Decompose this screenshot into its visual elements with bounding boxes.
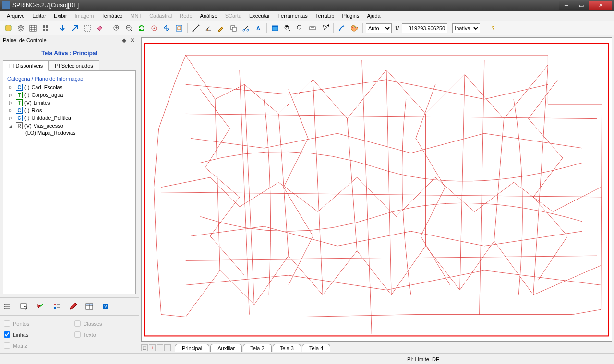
map-canvas[interactable] bbox=[141, 37, 612, 342]
arrow-diag-icon[interactable] bbox=[70, 23, 80, 34]
tree-item-cad-escolas[interactable]: ▷ C ( ) Cad_Escolas bbox=[6, 83, 132, 91]
menu-arquivo[interactable]: Arquivo bbox=[3, 12, 28, 20]
check-classes-input[interactable] bbox=[74, 320, 81, 327]
category-header[interactable]: Categoria / Plano de Informação bbox=[6, 74, 132, 83]
cut-icon[interactable] bbox=[241, 23, 251, 34]
menu-editar[interactable]: Editar bbox=[28, 12, 50, 20]
pen-icon[interactable] bbox=[337, 23, 347, 34]
tree-item-limites[interactable]: ▷ T (V) Limites bbox=[6, 99, 132, 106]
tree-item-corpos-agua[interactable]: ▷ T ( ) Corpos_agua bbox=[6, 91, 132, 99]
view-remove-icon[interactable]: − bbox=[157, 344, 163, 351]
legend-icon[interactable] bbox=[52, 302, 61, 311]
extent-icon[interactable] bbox=[174, 23, 184, 34]
panel-close-icon[interactable]: ✕ bbox=[129, 37, 136, 44]
db-icon[interactable] bbox=[3, 23, 13, 34]
close-button[interactable]: ✕ bbox=[589, 1, 612, 10]
zoom-out-icon[interactable] bbox=[124, 23, 134, 34]
svg-rect-6 bbox=[43, 25, 45, 28]
menu-tematico[interactable]: Temático bbox=[97, 12, 126, 20]
grid-icon[interactable] bbox=[40, 23, 51, 34]
menu-executar[interactable]: Executar bbox=[245, 12, 274, 20]
menu-rede[interactable]: Rede bbox=[176, 12, 196, 20]
maximize-button[interactable]: ▭ bbox=[574, 1, 589, 10]
table-icon[interactable] bbox=[84, 302, 94, 311]
expand-icon[interactable]: ▷ bbox=[9, 100, 14, 105]
zoom-in-icon[interactable] bbox=[111, 23, 122, 34]
check-matriz-input[interactable] bbox=[4, 342, 10, 349]
panel-float-icon[interactable]: ◆ bbox=[120, 37, 127, 44]
expand-icon[interactable]: ▷ bbox=[9, 108, 14, 113]
edit-icon[interactable] bbox=[216, 23, 226, 34]
tree-item-unidade-politica[interactable]: ▷ C ( ) Unidade_Politica bbox=[6, 114, 132, 122]
menu-ajuda[interactable]: Ajuda bbox=[363, 12, 384, 20]
view-tab-tela3[interactable]: Tela 3 bbox=[273, 344, 301, 352]
list-icon[interactable] bbox=[3, 302, 12, 311]
expand-icon[interactable]: ▷ bbox=[9, 85, 14, 90]
view-more-icon[interactable]: ≡ bbox=[164, 344, 171, 351]
view-restore-icon[interactable]: □ bbox=[141, 344, 148, 351]
menu-terralib[interactable]: TerraLib bbox=[312, 12, 338, 20]
help-icon[interactable]: ? bbox=[488, 23, 498, 34]
tab-selecionados[interactable]: PI Selecionados bbox=[48, 60, 99, 71]
pointer-icon[interactable]: + bbox=[320, 23, 330, 34]
check-pontos[interactable]: Pontos bbox=[4, 320, 65, 327]
scale-input[interactable] bbox=[402, 23, 447, 33]
svg-rect-54 bbox=[54, 304, 56, 305]
select-icon[interactable] bbox=[82, 23, 93, 34]
ruler-icon[interactable] bbox=[307, 23, 318, 34]
style-icon[interactable] bbox=[36, 302, 45, 311]
svg-rect-55 bbox=[54, 307, 56, 309]
app-icon bbox=[2, 1, 10, 9]
refresh-icon[interactable] bbox=[136, 23, 147, 34]
zoom-window2-icon[interactable]: - bbox=[295, 23, 305, 34]
view-add-icon[interactable]: + bbox=[149, 344, 156, 351]
view-tab-principal[interactable]: Principal bbox=[175, 344, 209, 352]
tree-status: ( ) bbox=[24, 107, 29, 113]
menu-exibir[interactable]: Exibir bbox=[50, 12, 71, 20]
window-icon[interactable] bbox=[270, 23, 280, 34]
palette-icon[interactable] bbox=[349, 23, 360, 34]
target-icon[interactable] bbox=[149, 23, 159, 34]
pencil-icon[interactable] bbox=[68, 302, 78, 311]
menu-scarta[interactable]: SCarta bbox=[221, 12, 245, 20]
menu-mnt[interactable]: MNT bbox=[126, 12, 145, 20]
check-pontos-input[interactable] bbox=[4, 320, 10, 327]
check-matriz[interactable]: Matriz bbox=[4, 342, 65, 349]
measure-line-icon[interactable] bbox=[191, 23, 201, 34]
check-linhas[interactable]: Linhas bbox=[4, 331, 65, 338]
layers-icon[interactable] bbox=[15, 23, 26, 34]
collapse-icon[interactable]: ◢ bbox=[9, 123, 14, 128]
check-classes[interactable]: Classes bbox=[74, 320, 135, 327]
tree-item-rios[interactable]: ▷ C ( ) Rios bbox=[6, 106, 132, 114]
menu-imagem[interactable]: Imagem bbox=[71, 12, 98, 20]
paint-icon[interactable] bbox=[95, 23, 105, 34]
menu-plugins[interactable]: Plugins bbox=[338, 12, 363, 20]
check-linhas-input[interactable] bbox=[4, 331, 10, 338]
check-texto-input[interactable] bbox=[74, 331, 81, 338]
help2-icon[interactable]: ? bbox=[101, 302, 110, 311]
check-texto[interactable]: Texto bbox=[74, 331, 135, 338]
text-icon[interactable]: A bbox=[253, 23, 264, 34]
arrow-down-icon[interactable] bbox=[57, 23, 68, 34]
state-select[interactable]: Inativa bbox=[452, 23, 480, 33]
expand-icon[interactable]: ▷ bbox=[9, 116, 14, 120]
expand-icon[interactable]: ▷ bbox=[9, 93, 14, 97]
view-tab-tela4[interactable]: Tela 4 bbox=[302, 344, 330, 352]
copy-icon[interactable] bbox=[228, 23, 239, 34]
painel-icon[interactable] bbox=[28, 23, 38, 34]
tree-item-vias-acesso[interactable]: ◢ R (V) Vias_acesso bbox=[6, 122, 132, 129]
zoom-window-icon[interactable]: + bbox=[282, 23, 293, 34]
pan-icon[interactable] bbox=[161, 23, 172, 34]
view-tab-tela2[interactable]: Tela 2 bbox=[243, 344, 271, 352]
scale-mode-select[interactable]: Auto bbox=[366, 23, 392, 33]
menu-analise[interactable]: Análise bbox=[196, 12, 221, 20]
type-badge-r: R bbox=[16, 122, 23, 129]
menu-ferramentas[interactable]: Ferramentas bbox=[274, 12, 311, 20]
view-tab-auxiliar[interactable]: Auxiliar bbox=[210, 344, 242, 352]
find-icon[interactable] bbox=[19, 302, 29, 311]
measure-angle-icon[interactable] bbox=[203, 23, 214, 34]
tab-disponiveis[interactable]: PI Disponíveis bbox=[3, 60, 49, 71]
tree-item-mapa-rodovias[interactable]: (LO) Mapa_Rodovias bbox=[6, 129, 132, 136]
minimize-button[interactable]: ─ bbox=[559, 1, 574, 10]
menu-cadastral[interactable]: Cadastral bbox=[145, 12, 176, 20]
